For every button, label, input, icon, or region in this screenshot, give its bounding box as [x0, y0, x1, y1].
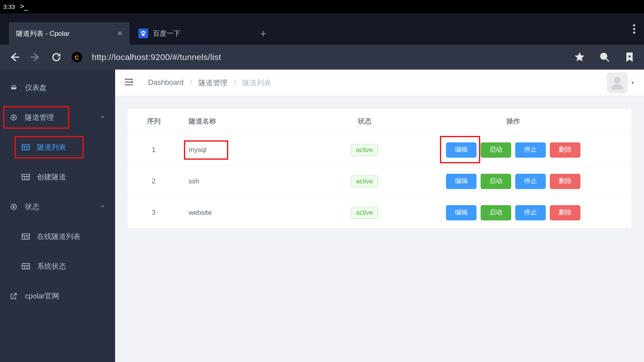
table-icon	[22, 174, 30, 180]
forward-icon[interactable]	[30, 51, 41, 63]
sidebar-item-tunnel-mgmt[interactable]: 隧道管理	[0, 103, 115, 132]
cell-name: mysql	[180, 134, 334, 166]
edit-button[interactable]: 编辑	[446, 205, 477, 220]
sidebar-label: 隧道列表	[37, 142, 66, 152]
cell-name: website	[180, 197, 334, 228]
breadcrumb-sep: /	[234, 78, 236, 87]
external-link-icon	[10, 292, 18, 300]
cell-ops: 编辑启动停止删除	[395, 197, 632, 228]
cell-ops: 编辑启动停止删除	[395, 134, 632, 166]
main-panel: Dashboard / 隧道管理 / 隧道列表 ▼ 序列 隧道名称 状态	[115, 70, 644, 362]
table-header-row: 序列 隧道名称 状态 操作	[128, 109, 632, 134]
svg-rect-21	[22, 263, 29, 269]
chevron-down-icon: ▼	[630, 80, 635, 86]
site-identity-icon[interactable]: C	[72, 52, 82, 62]
stop-button[interactable]: 停止	[515, 174, 546, 189]
new-tab-button[interactable]: +	[252, 22, 275, 45]
content-area: 序列 隧道名称 状态 操作 1mysqlactive编辑启动停止删除2sshac…	[115, 96, 644, 241]
sidebar-item-tunnel-list[interactable]: 隧道列表	[0, 132, 115, 162]
sidebar-label: 隧道管理	[25, 113, 54, 122]
cell-status: active	[334, 166, 395, 197]
tab-title: 百度一下	[153, 29, 245, 38]
bookmark-ribbon-icon[interactable]	[624, 51, 635, 63]
table-row: 3websiteactive编辑启动停止删除	[128, 197, 632, 228]
breadcrumb-tunnel-mgmt[interactable]: 隧道管理	[198, 78, 227, 88]
sidebar-label: 仪表盘	[25, 83, 47, 93]
breadcrumb-sep: /	[190, 78, 192, 87]
baidu-favicon-icon	[138, 29, 148, 38]
edit-button[interactable]: 编辑	[446, 142, 477, 158]
svg-point-6	[13, 117, 15, 119]
browser-chrome: 隧道列表 - Cpolar × 百度一下 + C http://localhos…	[0, 13, 644, 70]
table-icon	[22, 144, 30, 150]
browser-tab-active[interactable]: 隧道列表 - Cpolar ×	[9, 22, 130, 45]
dashboard-gauge-icon	[10, 84, 18, 92]
sidebar-label: 在线隧道列表	[37, 232, 80, 241]
th-index: 序列	[128, 109, 180, 134]
svg-point-16	[13, 206, 15, 208]
start-button[interactable]: 启动	[481, 142, 511, 158]
close-icon[interactable]: ×	[117, 28, 122, 39]
user-menu[interactable]: ▼	[607, 72, 635, 93]
app-root: 仪表盘 隧道管理 隧道列表 创建隧道 状态	[0, 70, 644, 362]
browser-menu-icon[interactable]	[633, 25, 635, 34]
search-icon[interactable]	[599, 51, 610, 63]
sidebar-label: cpolar官网	[25, 291, 59, 301]
url-bar[interactable]: http://localhost:9200/#/tunnels/list	[92, 52, 221, 62]
avatar-icon	[607, 72, 628, 93]
topbar: Dashboard / 隧道管理 / 隧道列表 ▼	[115, 70, 644, 96]
delete-button[interactable]: 删除	[550, 205, 580, 220]
edit-button[interactable]: 编辑	[446, 174, 477, 189]
cell-index: 1	[128, 134, 180, 166]
terminal-prompt-icon: >_	[20, 2, 28, 11]
cell-status: active	[334, 197, 395, 228]
browser-tab-inactive[interactable]: 百度一下	[131, 22, 252, 45]
sidebar-item-status[interactable]: 状态	[0, 192, 115, 222]
sidebar-item-create-tunnel[interactable]: 创建隧道	[0, 162, 115, 192]
target-icon	[10, 203, 18, 211]
th-status: 状态	[334, 109, 395, 134]
cell-name: ssh	[180, 166, 334, 197]
svg-rect-17	[22, 234, 29, 239]
start-button[interactable]: 启动	[481, 205, 511, 220]
th-ops: 操作	[395, 109, 632, 134]
sidebar-item-dashboard[interactable]: 仪表盘	[0, 73, 115, 103]
breadcrumb-current: 隧道列表	[242, 78, 271, 88]
cell-index: 3	[128, 197, 180, 228]
annotation-highlight	[184, 140, 228, 160]
cell-ops: 编辑启动停止删除	[395, 166, 632, 197]
status-badge: active	[351, 175, 378, 187]
svg-rect-11	[22, 174, 29, 179]
back-icon[interactable]	[9, 51, 20, 63]
delete-button[interactable]: 删除	[550, 174, 580, 189]
sidebar-toggle-icon[interactable]	[124, 78, 134, 88]
reload-icon[interactable]	[51, 51, 62, 63]
sidebar-label: 状态	[25, 202, 39, 212]
chevron-up-icon	[100, 113, 105, 122]
android-status-bar: 3:33 >_	[0, 0, 644, 13]
table-icon	[22, 263, 30, 269]
delete-button[interactable]: 删除	[550, 142, 580, 158]
svg-point-1	[142, 31, 144, 33]
browser-tab-strip: 隧道列表 - Cpolar × 百度一下 +	[0, 13, 644, 45]
start-button[interactable]: 启动	[481, 174, 511, 189]
svg-point-3	[142, 33, 145, 36]
status-badge: active	[351, 207, 378, 219]
sidebar-item-online-tunnels[interactable]: 在线隧道列表	[0, 222, 115, 251]
browser-toolbar: C http://localhost:9200/#/tunnels/list	[0, 45, 644, 70]
sidebar-label: 创建隧道	[37, 172, 66, 182]
stop-button[interactable]: 停止	[515, 205, 546, 220]
sidebar-item-system-status[interactable]: 系统状态	[0, 251, 115, 281]
svg-point-0	[141, 31, 142, 33]
stop-button[interactable]: 停止	[515, 142, 546, 158]
bookmark-star-icon[interactable]	[574, 51, 585, 63]
sidebar-item-cpolar-site[interactable]: cpolar官网	[0, 281, 115, 311]
svg-point-28	[614, 77, 621, 84]
status-badge: active	[351, 144, 378, 156]
svg-point-4	[601, 53, 607, 59]
sidebar: 仪表盘 隧道管理 隧道列表 创建隧道 状态	[0, 70, 115, 362]
breadcrumb-dashboard[interactable]: Dashboard	[148, 78, 184, 87]
svg-point-2	[144, 31, 146, 33]
table-icon	[22, 233, 30, 240]
cell-index: 2	[128, 166, 180, 197]
